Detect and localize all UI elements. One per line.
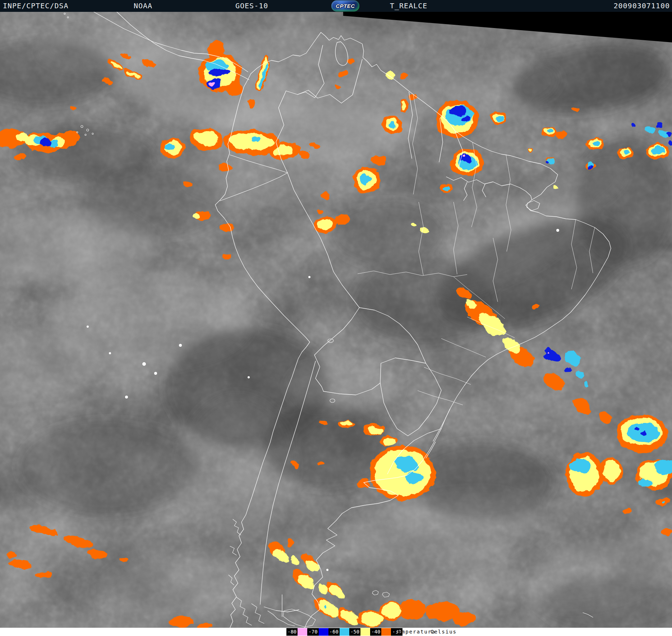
institution-label: INPE/CPTEC/DSA [3,1,69,10]
storm-cell [452,612,476,625]
storm-cell [35,572,52,579]
storm-cell [547,128,553,133]
legend-strip: -80-70-60-50-40-30 Temperatura Celsius [0,628,672,636]
storm-cell [652,146,666,155]
cloud-speck [179,344,182,347]
legend-label: -60 [328,628,340,636]
legend-swatch [319,628,328,636]
storm-cell [555,130,568,138]
storm-cell [192,213,201,219]
storm-cell [170,617,194,627]
storm-cell [5,553,17,558]
temperature-scale: -80-70-60-50-40-30 [286,628,402,636]
storm-cell [461,116,471,122]
storm-cell [361,612,383,625]
storm-cell [383,603,401,618]
storm-cell [17,133,28,141]
storm-cell [529,149,533,152]
storm-cell [460,155,471,162]
storm-cell [387,71,393,80]
agency-label: NOAA [134,1,152,10]
storm-cell [357,479,370,488]
storm-cell [251,137,261,143]
legend-swatch [360,628,370,636]
legend-swatch [381,628,391,636]
storm-cell [570,458,590,473]
storm-cell [120,558,128,562]
legend-unit: Celsius [431,629,457,635]
storm-cell [371,155,386,165]
storm-cell [340,421,352,426]
storm-cell [587,165,592,169]
storm-cell [316,208,324,213]
legend-label: -70 [307,628,318,636]
storm-cell [657,124,663,129]
cptec-logo-icon: CPTEC [331,0,359,11]
storm-cell [339,72,349,77]
storm-cell [546,161,549,164]
cloud-speck [87,326,89,328]
storm-cell [385,438,396,445]
satellite-map [0,0,672,636]
storm-cell [14,154,27,161]
storm-cell [631,124,636,127]
storm-cell [420,228,428,233]
storm-cell [623,508,632,513]
storm-cell [298,151,310,159]
satellite-viewer-screen: INPE/CPTEC/DSA NOAA GOES-10 CPTEC T_REAL… [0,0,672,636]
storm-cell [634,427,639,430]
storm-cell [360,175,371,184]
storm-cell [70,106,77,111]
storm-cell [666,131,672,137]
cloud-speck [125,396,128,398]
cloud-speck [109,352,111,354]
storm-cell [184,181,192,186]
storm-cell [248,99,255,109]
storm-cell [661,500,664,503]
product-label: T_REALCE [390,1,427,10]
cloud-speck [556,229,559,232]
storm-cell [641,432,646,435]
legend-label: -50 [349,628,360,636]
cloud-speck [154,372,157,375]
storm-cell [163,143,173,151]
storm-cell [389,121,396,127]
storm-cell [593,141,600,146]
storm-cell [310,143,320,149]
storm-cell [321,193,330,199]
storm-cell [320,420,328,425]
storm-cell [399,73,407,79]
storm-cell [210,82,215,87]
storm-cell [287,538,292,548]
storm-cell [623,149,630,154]
storm-cell [209,68,229,76]
storm-cell [639,480,652,488]
storm-cell [369,427,383,435]
header-bar: INPE/CPTEC/DSA NOAA GOES-10 CPTEC T_REAL… [0,0,672,12]
storm-cell [645,126,657,134]
storm-cell [398,599,425,619]
storm-cell [547,351,549,352]
storm-cell [532,304,540,309]
storm-cell [410,223,417,227]
cloud-speck [142,362,146,366]
satellite-label: GOES-10 [235,1,268,10]
storm-cell [40,138,50,145]
storm-cell [221,223,234,231]
legend-label: -80 [286,628,298,636]
legend-label: -40 [370,628,381,636]
timestamp-label: 200903071100 [614,1,670,10]
storm-cell [292,462,300,468]
cloud-speck [326,569,328,571]
cloud-speck [308,276,310,278]
storm-cell [401,102,406,111]
legend-swatch [340,628,349,636]
storm-cell [335,85,341,88]
satellite-map-canvas [0,0,672,636]
storm-cell [572,108,579,112]
storm-cell [553,185,558,189]
cptec-logo-text: CPTEC [336,3,355,9]
storm-cell [223,253,231,259]
storm-cell [317,461,323,465]
legend-title: Temperatura [394,629,436,635]
